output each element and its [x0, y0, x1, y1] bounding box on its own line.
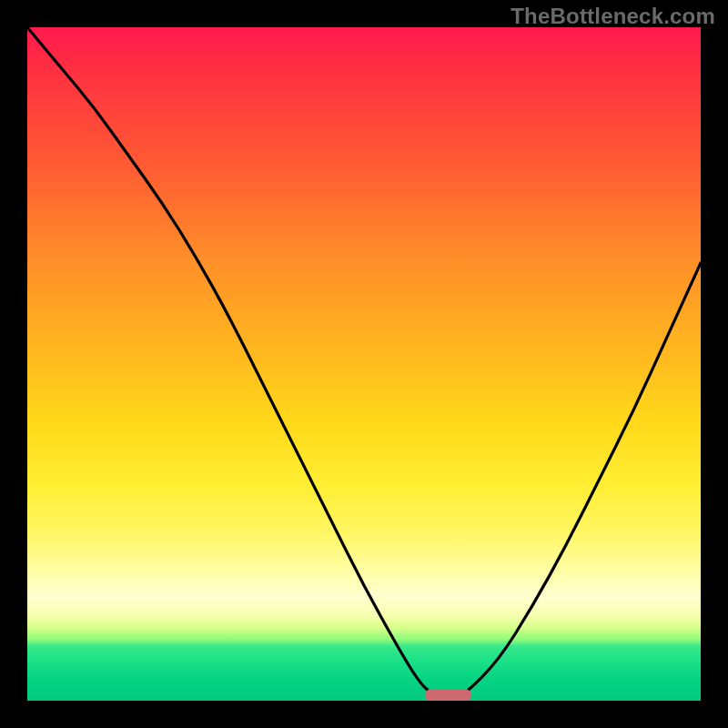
optimal-marker	[425, 689, 472, 701]
watermark-text: TheBottleneck.com	[511, 4, 715, 29]
chart-frame: TheBottleneck.com	[0, 0, 728, 728]
plot-area	[27, 27, 701, 701]
bottleneck-curve	[27, 27, 701, 701]
